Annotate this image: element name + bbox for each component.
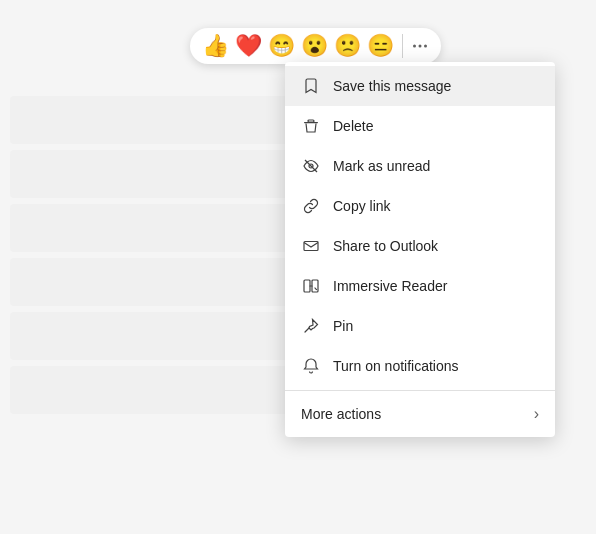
eye-slash-icon xyxy=(301,156,321,176)
emoji-heart[interactable]: ❤️ xyxy=(235,35,262,57)
reaction-bar: 👍 ❤️ 😁 😮 🙁 😑 xyxy=(190,28,441,64)
menu-mark-unread-label: Mark as unread xyxy=(333,158,539,174)
svg-rect-7 xyxy=(304,280,310,292)
svg-point-0 xyxy=(413,45,416,48)
emoji-frown[interactable]: 🙁 xyxy=(334,35,361,57)
menu-copy-link-label: Copy link xyxy=(333,198,539,214)
menu-notifications-label: Turn on notifications xyxy=(333,358,539,374)
svg-line-9 xyxy=(305,328,309,332)
menu-item-delete[interactable]: Delete xyxy=(285,106,555,146)
menu-item-mark-unread[interactable]: Mark as unread xyxy=(285,146,555,186)
envelope-icon xyxy=(301,236,321,256)
menu-delete-label: Delete xyxy=(333,118,539,134)
menu-share-outlook-label: Share to Outlook xyxy=(333,238,539,254)
emoji-expressionless[interactable]: 😑 xyxy=(367,35,394,57)
emoji-grin[interactable]: 😁 xyxy=(268,35,295,57)
menu-item-pin[interactable]: Pin xyxy=(285,306,555,346)
more-reactions-button[interactable] xyxy=(411,37,429,55)
emoji-thumbs-up[interactable]: 👍 xyxy=(202,35,229,57)
menu-immersive-reader-label: Immersive Reader xyxy=(333,278,539,294)
menu-item-save[interactable]: Save this message xyxy=(285,66,555,106)
chevron-right-icon: › xyxy=(534,405,539,423)
svg-rect-8 xyxy=(312,280,318,292)
trash-icon xyxy=(301,116,321,136)
menu-item-copy-link[interactable]: Copy link xyxy=(285,186,555,226)
menu-divider xyxy=(285,390,555,391)
menu-item-immersive-reader[interactable]: Immersive Reader xyxy=(285,266,555,306)
menu-item-share-outlook[interactable]: Share to Outlook xyxy=(285,226,555,266)
immersive-reader-icon xyxy=(301,276,321,296)
bookmark-icon xyxy=(301,76,321,96)
bell-icon xyxy=(301,356,321,376)
svg-point-2 xyxy=(424,45,427,48)
link-icon xyxy=(301,196,321,216)
svg-rect-6 xyxy=(304,242,318,251)
menu-pin-label: Pin xyxy=(333,318,539,334)
pin-icon xyxy=(301,316,321,336)
context-menu: Save this message Delete Mark as unread xyxy=(285,62,555,437)
emoji-open-mouth[interactable]: 😮 xyxy=(301,35,328,57)
svg-point-1 xyxy=(419,45,422,48)
menu-item-more-actions[interactable]: More actions › xyxy=(285,395,555,433)
menu-save-label: Save this message xyxy=(333,78,539,94)
reaction-divider xyxy=(402,34,403,58)
menu-more-actions-label: More actions xyxy=(301,406,522,422)
menu-item-notifications[interactable]: Turn on notifications xyxy=(285,346,555,386)
